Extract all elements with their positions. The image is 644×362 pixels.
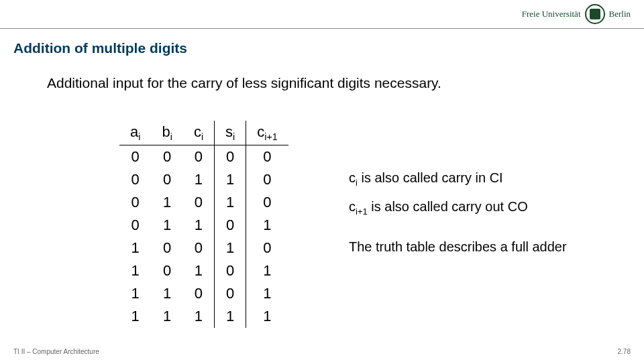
table-cell: 1 bbox=[246, 282, 288, 305]
table-cell: 0 bbox=[215, 282, 246, 305]
column-header: si bbox=[215, 121, 246, 145]
table-cell: 0 bbox=[151, 168, 182, 191]
table-cell: 1 bbox=[183, 259, 215, 282]
table-row: 00000 bbox=[119, 145, 288, 169]
table-cell: 1 bbox=[151, 305, 182, 328]
table-row: 01101 bbox=[119, 214, 288, 237]
university-logo: Freie Universität Berlin bbox=[522, 4, 631, 24]
column-header: ci+1 bbox=[246, 121, 288, 145]
table-cell: 0 bbox=[183, 237, 215, 259]
column-header: bi bbox=[151, 121, 182, 145]
table-cell: 0 bbox=[119, 191, 151, 214]
table-cell: 0 bbox=[215, 214, 246, 237]
logo-text-right: Berlin bbox=[609, 9, 631, 19]
table-cell: 1 bbox=[246, 214, 288, 237]
slide-subtitle: Additional input for the carry of less s… bbox=[47, 75, 441, 91]
column-header: ai bbox=[119, 121, 151, 145]
table-cell: 1 bbox=[119, 237, 151, 259]
table-row: 00110 bbox=[119, 168, 288, 191]
header-rule bbox=[0, 28, 644, 29]
table-cell: 1 bbox=[183, 305, 215, 328]
note-ci: ci is also called carry in CI bbox=[349, 168, 567, 190]
table-cell: 1 bbox=[183, 214, 215, 237]
table-cell: 0 bbox=[183, 282, 215, 305]
note-full-adder: The truth table describes a full adder bbox=[349, 237, 567, 257]
side-notes: ci is also called carry in CI ci+1 is al… bbox=[349, 168, 567, 263]
table-cell: 0 bbox=[246, 237, 288, 259]
table-row: 11111 bbox=[119, 305, 288, 328]
table-row: 01010 bbox=[119, 191, 288, 214]
table-cell: 1 bbox=[215, 237, 246, 259]
table-cell: 0 bbox=[246, 191, 288, 214]
table-cell: 0 bbox=[151, 237, 182, 259]
table-row: 11001 bbox=[119, 282, 288, 305]
table-cell: 1 bbox=[151, 191, 182, 214]
table-cell: 0 bbox=[183, 191, 215, 214]
table-cell: 1 bbox=[119, 305, 151, 328]
table-cell: 1 bbox=[151, 282, 182, 305]
table-cell: 1 bbox=[119, 282, 151, 305]
table-cell: 1 bbox=[215, 305, 246, 328]
table-cell: 1 bbox=[215, 191, 246, 214]
truth-table: aibicisici+1 000000011001010011011001010… bbox=[119, 121, 288, 328]
table-cell: 0 bbox=[246, 168, 288, 191]
table-cell: 1 bbox=[183, 168, 215, 191]
footer-course: TI II – Computer Architecture bbox=[13, 348, 99, 355]
table-cell: 0 bbox=[151, 145, 182, 169]
table-cell: 0 bbox=[183, 145, 215, 169]
logo-text-left: Freie Universität bbox=[522, 9, 581, 19]
column-header: ci bbox=[183, 121, 215, 145]
table-cell: 1 bbox=[246, 305, 288, 328]
footer-page: 2.78 bbox=[618, 348, 631, 355]
table-cell: 0 bbox=[119, 168, 151, 191]
table-cell: 1 bbox=[119, 259, 151, 282]
table-cell: 0 bbox=[119, 145, 151, 169]
table-cell: 0 bbox=[215, 259, 246, 282]
table-cell: 0 bbox=[119, 214, 151, 237]
table-row: 10101 bbox=[119, 259, 288, 282]
note-co: ci+1 is also called carry out CO bbox=[349, 196, 567, 219]
table-cell: 0 bbox=[215, 145, 246, 169]
table-row: 10010 bbox=[119, 237, 288, 259]
table-cell: 1 bbox=[246, 259, 288, 282]
slide-title: Addition of multiple digits bbox=[13, 40, 187, 56]
table-cell: 1 bbox=[215, 168, 246, 191]
table-cell: 0 bbox=[246, 145, 288, 169]
table-cell: 0 bbox=[151, 259, 182, 282]
table-cell: 1 bbox=[151, 214, 182, 237]
seal-icon bbox=[585, 4, 605, 24]
